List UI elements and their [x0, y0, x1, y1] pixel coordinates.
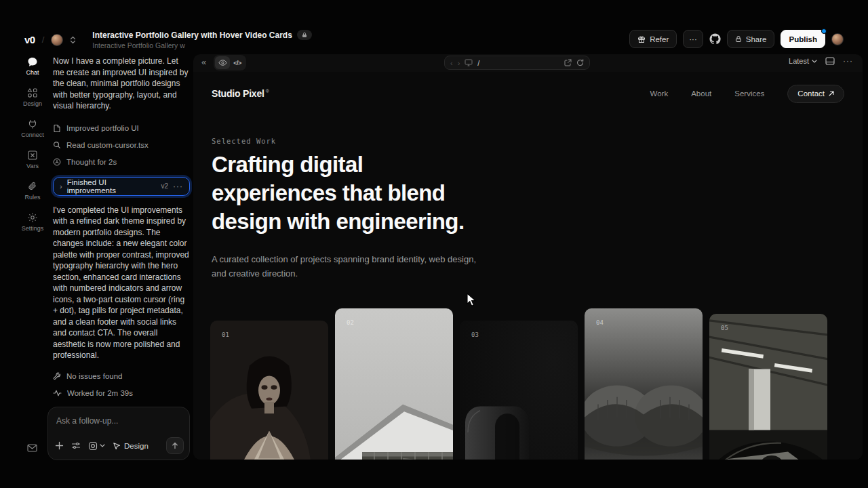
- send-button[interactable]: [166, 437, 184, 454]
- rendered-site: Studio Pixel® Work About Services Contac…: [193, 72, 863, 460]
- nav-back-icon[interactable]: ‹: [450, 59, 453, 67]
- plug-icon: [27, 119, 38, 129]
- preview-toolbar: « </> ‹ › / Late: [193, 54, 863, 72]
- vars-icon: [27, 150, 38, 161]
- rail-item-connect[interactable]: Connect: [21, 119, 44, 138]
- user-avatar[interactable]: [831, 33, 844, 45]
- design-mode-label: Design: [124, 442, 149, 450]
- header-more-button[interactable]: ···: [683, 30, 703, 48]
- code-icon: </>: [233, 60, 241, 66]
- chat-composer: Design: [47, 407, 190, 460]
- publish-notification-dot: [821, 28, 827, 34]
- model-selector[interactable]: [88, 441, 105, 451]
- version-dropdown[interactable]: Latest: [789, 57, 817, 65]
- contact-label: Contact: [797, 89, 825, 98]
- site-brand[interactable]: Studio Pixel®: [212, 88, 269, 99]
- refresh-icon[interactable]: [576, 59, 584, 66]
- design-mode-chip[interactable]: Design: [113, 442, 149, 450]
- gallery-card-3[interactable]: 03: [460, 321, 578, 460]
- task-read-custom-cursor[interactable]: Read custom-cursor.tsx: [53, 137, 190, 154]
- version-card-title: Finished UI improvements: [67, 178, 157, 195]
- site-description: A curated collection of projects spannin…: [212, 252, 488, 281]
- nav-forward-icon[interactable]: ›: [458, 59, 460, 67]
- feedback-mail-icon[interactable]: [27, 444, 37, 452]
- gallery-card-4[interactable]: 04: [585, 308, 703, 460]
- project-title[interactable]: Interactive Portfolio Gallery with Hover…: [92, 30, 292, 40]
- arrow-up-right-icon: [829, 91, 834, 96]
- code-view-button[interactable]: </>: [230, 56, 245, 69]
- rail-item-design[interactable]: Design: [23, 87, 42, 107]
- card-number: 01: [222, 331, 229, 338]
- status-label: Worked for 2m 39s: [67, 389, 133, 397]
- workspace-switcher-icon[interactable]: [70, 36, 76, 44]
- layout-panel-icon[interactable]: [825, 57, 835, 65]
- preview-more-icon[interactable]: ···: [843, 56, 853, 66]
- task-label: Thought for 2s: [66, 158, 117, 166]
- site-nav-work[interactable]: Work: [650, 89, 669, 98]
- refer-button[interactable]: Refer: [629, 30, 677, 48]
- pointer-icon: [113, 442, 121, 450]
- breadcrumb-separator: /: [42, 35, 45, 45]
- v0-logo[interactable]: v0: [24, 34, 35, 45]
- settings-sliders-icon[interactable]: [71, 442, 81, 449]
- version-more-icon[interactable]: ···: [173, 182, 183, 191]
- product-photo: [460, 321, 578, 460]
- status-no-issues: No issues found: [53, 368, 190, 385]
- task-label: Improved portfolio UI: [66, 124, 139, 132]
- assistant-message-summary: I've completed the UI improvements with …: [53, 205, 190, 361]
- gallery-card-2[interactable]: 02: [335, 308, 453, 460]
- site-nav-about[interactable]: About: [691, 89, 711, 98]
- github-icon[interactable]: [709, 33, 721, 45]
- gear-icon: [27, 212, 38, 223]
- follow-up-input[interactable]: [56, 416, 181, 426]
- rail-label-connect: Connect: [21, 131, 44, 138]
- site-nav-services[interactable]: Services: [734, 89, 764, 98]
- preview-url-bar[interactable]: ‹ › /: [444, 56, 590, 70]
- card-number: 05: [721, 325, 728, 331]
- rail-label-vars: Vars: [26, 163, 39, 169]
- open-external-icon[interactable]: [564, 59, 572, 66]
- rail-item-rules[interactable]: Rules: [24, 181, 40, 201]
- refer-label: Refer: [650, 35, 669, 43]
- gallery-card-1[interactable]: 01: [210, 321, 328, 460]
- site-nav: Studio Pixel® Work About Services Contac…: [193, 72, 863, 115]
- lips-macro-photo: [585, 308, 703, 460]
- collapse-panel-icon[interactable]: «: [201, 57, 206, 67]
- workspace-avatar[interactable]: [51, 34, 63, 46]
- preview-eye-button[interactable]: [215, 56, 230, 69]
- task-thought[interactable]: Thought for 2s: [53, 154, 190, 171]
- site-eyebrow: Selected Work: [212, 137, 276, 145]
- preview-code-toggle: </>: [214, 55, 246, 70]
- site-contact-button[interactable]: Contact: [787, 85, 844, 103]
- file-icon: [53, 124, 61, 133]
- chevron-down-icon: [100, 444, 105, 447]
- rail-item-chat[interactable]: Chat: [26, 57, 39, 76]
- task-improved-portfolio-ui[interactable]: Improved portfolio UI: [53, 120, 190, 137]
- rail-label-rules: Rules: [24, 194, 40, 201]
- share-button[interactable]: Share: [727, 30, 775, 48]
- publish-button[interactable]: Publish: [781, 30, 825, 48]
- status-worked-for: Worked for 2m 39s: [53, 385, 190, 402]
- status-rows: No issues found Worked for 2m 39s: [53, 368, 190, 402]
- private-lock-badge[interactable]: [297, 30, 312, 40]
- project-subtitle: Interactive Portfolio Gallery w: [92, 41, 312, 49]
- activity-pulse-icon: [53, 390, 62, 396]
- thinking-icon: [53, 158, 61, 166]
- project-gallery: 01: [210, 308, 827, 460]
- publish-label: Publish: [789, 35, 817, 43]
- preview-panel: « </> ‹ › / Late: [193, 54, 863, 460]
- version-card-finished-ui[interactable]: › Finished UI improvements v2 ···: [53, 177, 190, 196]
- rail-label-design: Design: [23, 100, 42, 107]
- device-monitor-icon[interactable]: [465, 59, 473, 66]
- rail-item-settings[interactable]: Settings: [22, 212, 44, 232]
- gallery-card-5[interactable]: 05: [709, 314, 827, 460]
- card-number: 03: [471, 331, 479, 338]
- car-garage-photo: [709, 314, 827, 460]
- url-path[interactable]: /: [477, 59, 479, 67]
- share-label: Share: [746, 35, 767, 43]
- left-rail: Chat Design Connect Vars Rules Settings: [19, 57, 46, 232]
- attach-plus-icon[interactable]: [55, 441, 64, 450]
- gift-icon: [637, 35, 646, 43]
- rail-item-vars[interactable]: Vars: [26, 150, 39, 169]
- site-heading: Crafting digital experiences that blend …: [212, 150, 464, 236]
